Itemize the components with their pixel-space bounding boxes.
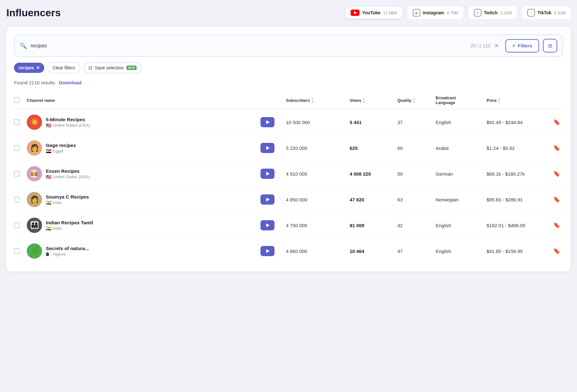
price-sort-icon: ▲▼ [498,97,501,103]
table-row: 👩 Gege recipes 🇪🇬 Egypt 5 220 000 625 60… [14,135,563,161]
subscribers-value: 4 660 000 [286,248,350,254]
flag-icon: 🇩🇿 [46,252,51,257]
bookmark-button[interactable]: 🔖 [550,248,563,255]
bookmark-button[interactable]: 🔖 [550,170,563,177]
price-value: $95.63 - $286.91 [487,197,550,202]
twitch-count: 1.01M [500,10,512,15]
platform-tab-youtube[interactable]: YouTube 17.58M [345,7,402,18]
subscribers-value: 5 220 000 [286,145,350,151]
channel-country: 🇺🇸 United States (USA) [46,174,90,179]
channel-name: 5-Minute Recipes [46,117,90,122]
search-clear-button[interactable]: ✕ [494,42,499,49]
avatar: 👩 [27,140,42,156]
save-selection-label: Save selection [95,65,124,70]
search-icon: 🔍 [20,42,27,49]
language-value: Arabic [436,145,487,151]
avatar: 🌿 [27,243,42,259]
search-input[interactable] [31,43,467,49]
price-value: $92.49 - $244.84 [487,120,550,125]
quality-value: 37 [397,120,436,125]
col-header-price[interactable]: Price ▲▼ [487,97,550,103]
col-header-views[interactable]: Views ▲▼ [350,97,397,103]
advanced-filters-button[interactable]: ⊞ [543,39,557,52]
channel-details: Soumya C Recipes 🇮🇳 India [46,194,89,205]
chip-close-icon: ✕ [36,65,40,70]
subscribers-value: 4 750 000 [286,223,350,228]
channel-name: Soumya C Recipes [46,194,89,200]
select-all-checkbox[interactable] [14,97,20,103]
channel-country: 🇮🇳 India [46,226,93,231]
bookmark-button[interactable]: 🔖 [550,144,563,151]
youtube-play-button[interactable] [260,143,274,153]
row-checkbox[interactable] [14,171,20,177]
tiktok-label: TikTok [538,10,552,15]
col-header-quality[interactable]: Quality ▲▼ [397,97,436,103]
platform-tab-instagram[interactable]: Instagram 4.75M [408,6,463,19]
avatar: 👩‍🍳 [27,166,42,181]
bookmark-button[interactable]: 🔖 [550,196,563,203]
table-row: 👨‍👩‍👧 Indian Recipes Tamil 🇮🇳 India 4 75… [14,213,563,238]
subscribers-sort-icon: ▲▼ [311,97,314,103]
youtube-count: 17.58M [383,10,397,15]
save-filter-icon: ⊡ [89,65,92,70]
bookmark-button[interactable]: 🔖 [550,222,563,229]
channel-info: ☀️ 5-Minute Recipes 🇺🇸 United States (US… [27,115,260,130]
channel-details: Indian Recipes Tamil 🇮🇳 India [46,220,93,231]
row-checkbox[interactable] [14,222,20,228]
quality-value: 63 [397,197,436,202]
channel-info: 👩 Soumya C Recipes 🇮🇳 India [27,192,260,207]
platform-tab-twitch[interactable]: t Twitch 1.01M [469,6,517,19]
price-value: $68.1k - $180.27k [487,171,550,177]
flag-icon: 🇺🇸 [46,123,51,128]
channel-details: 5-Minute Recipes 🇺🇸 United States (USA) [46,117,90,128]
youtube-play-button[interactable] [260,246,274,256]
views-value: 47 820 [350,197,397,202]
row-checkbox[interactable] [14,119,20,125]
channel-country: 🇮🇳 India [46,200,89,205]
youtube-play-button[interactable] [260,169,274,179]
filters-label: Filters [518,43,532,48]
platform-tab-tiktok[interactable]: ♪ TikTok 6.31M [522,6,571,19]
divider-2 [466,6,466,19]
table-row: 👩‍🍳 Essen Recipes 🇺🇸 United States (USA)… [14,161,563,187]
channel-info: 👩‍🍳 Essen Recipes 🇺🇸 United States (USA) [27,166,260,181]
filters-button[interactable]: ≡ Filters [505,39,539,52]
save-selection-button[interactable]: ⊡ Save selection NEW [83,62,142,74]
platform-tabs: YouTube 17.58M Instagram 4.75M t Twitch … [345,6,571,19]
youtube-play-button[interactable] [260,194,274,205]
page-wrapper: Influencers YouTube 17.58M Instagram 4.7… [6,6,571,271]
youtube-play-button[interactable] [260,220,274,230]
col-header-subscribers[interactable]: Subscribers ▲▼ [286,97,350,103]
language-value: English [436,248,487,254]
channel-name: Indian Recipes Tamil [46,220,93,225]
bookmark-button[interactable]: 🔖 [550,119,563,126]
language-value: German [436,171,487,177]
youtube-label: YouTube [362,10,381,15]
views-value: 10 464 [350,248,397,254]
clear-filters-button[interactable]: Clear filters [47,62,80,74]
table-header: Channel name Subscribers ▲▼ Views ▲▼ Qua… [14,92,563,109]
row-checkbox[interactable] [14,197,20,202]
channel-name: Essen Recipes [46,168,90,174]
channel-info: 👨‍👩‍👧 Indian Recipes Tamil 🇮🇳 India [27,218,260,233]
main-card: 🔍 25 / 2 110 ✕ ≡ Filters ⊞ recipes ✕ Cle… [6,27,571,271]
active-filter-chip[interactable]: recipes ✕ [14,63,44,73]
language-value: English [436,223,487,228]
clear-filters-label: Clear filters [53,65,75,70]
youtube-play-button[interactable] [260,117,274,127]
row-checkbox[interactable] [14,248,20,254]
download-button[interactable]: Download [59,80,82,85]
instagram-label: Instagram [423,10,444,15]
quality-value: 47 [397,248,436,254]
price-value: $41.85 - $156.95 [487,248,550,254]
quality-value: 50 [397,171,436,177]
tiktok-count: 6.31M [554,10,566,15]
divider-3 [519,6,520,19]
search-count: 25 / 2 110 [470,43,490,48]
youtube-icon [351,10,360,16]
flag-icon: 🇪🇬 [46,149,51,154]
search-bar: 🔍 25 / 2 110 ✕ ≡ Filters ⊞ [14,34,563,57]
table-body: ☀️ 5-Minute Recipes 🇺🇸 United States (US… [14,109,563,264]
table-row: 🌿 Secrets of natura... 🇩🇿 Algeria 4 660 … [14,238,563,264]
row-checkbox[interactable] [14,145,20,151]
